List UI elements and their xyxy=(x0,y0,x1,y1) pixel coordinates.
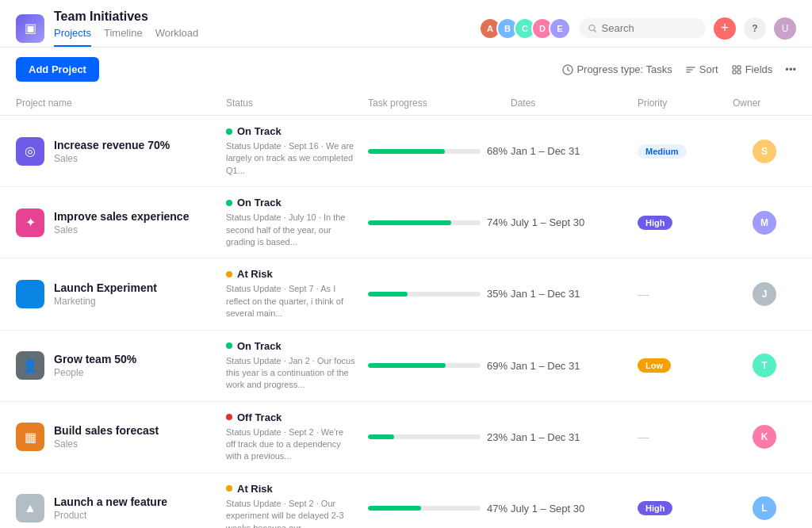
tab-workload[interactable]: Workload xyxy=(155,27,199,47)
status-dot xyxy=(226,342,232,349)
status-text: At Risk xyxy=(237,483,273,495)
priority-badge: Medium xyxy=(638,144,687,159)
table-body: ◎ Increase revenue 70% Sales On Track St… xyxy=(0,116,812,528)
app-title: Team Initiatives xyxy=(54,10,198,24)
owner-avatar: S xyxy=(753,140,776,163)
svg-rect-7 xyxy=(737,66,741,69)
progress-bar-bg xyxy=(368,220,481,225)
dates-cell: Jan 1 – Dec 31 xyxy=(511,145,638,157)
priority-cell: — xyxy=(638,288,733,300)
search-box[interactable] xyxy=(579,18,706,38)
status-label: Off Track xyxy=(226,411,355,423)
project-category: Sales xyxy=(54,438,159,450)
project-info: Increase revenue 70% Sales xyxy=(54,139,170,164)
progress-cell: 23% xyxy=(368,431,511,443)
progress-type-icon xyxy=(562,64,573,75)
table-row[interactable]: ◎ Increase revenue 70% Sales On Track St… xyxy=(0,116,812,187)
search-input[interactable] xyxy=(602,22,696,34)
project-name: Grow team 50% xyxy=(54,353,136,365)
progress-bar-fill xyxy=(368,292,408,297)
status-desc: Status Update · Jan 2 · Our focus this y… xyxy=(226,355,355,392)
avatar-5[interactable]: E xyxy=(549,17,571,40)
col-status: Status xyxy=(226,98,368,109)
user-avatar[interactable]: U xyxy=(774,17,796,40)
table-row[interactable]: 👤 Grow team 50% People On Track Status U… xyxy=(0,331,812,402)
dates-cell: Jan 1 – Dec 31 xyxy=(511,431,638,443)
status-desc: Status Update · Sept 2 · We're off track… xyxy=(226,427,355,463)
progress-pct: 74% xyxy=(487,216,511,228)
dates-cell: July 1 – Sept 30 xyxy=(511,216,638,228)
owner-avatar: M xyxy=(753,211,776,235)
status-text: On Track xyxy=(237,197,282,209)
table-row[interactable]: ▲ Launch a new feature Product At Risk S… xyxy=(0,473,812,528)
project-category: Product xyxy=(54,510,167,521)
progress-bar-bg xyxy=(368,506,481,511)
table-row[interactable]: ✦ Improve sales experience Sales On Trac… xyxy=(0,187,812,258)
progress-pct: 47% xyxy=(487,503,511,515)
col-task-progress: Task progress xyxy=(368,98,511,109)
status-label: On Track xyxy=(226,197,355,209)
progress-bar-bg xyxy=(368,149,481,154)
progress-cell: 68% xyxy=(368,145,511,157)
priority-cell: Medium xyxy=(638,144,733,159)
status-label: At Risk xyxy=(226,483,355,495)
priority-cell: High xyxy=(638,501,733,515)
status-cell: On Track Status Update · July 10 · In th… xyxy=(226,197,368,248)
svg-rect-6 xyxy=(733,66,736,69)
help-button[interactable]: ? xyxy=(744,17,766,40)
status-desc: Status Update · July 10 · In the second … xyxy=(226,212,355,248)
status-desc: Status Update · Sept 7 · As I reflect on… xyxy=(226,283,355,319)
sort-icon xyxy=(685,64,696,75)
project-name-cell: 👤 Grow team 50% People xyxy=(16,351,226,380)
more-button[interactable]: ••• xyxy=(785,63,796,75)
status-cell: Off Track Status Update · Sept 2 · We're… xyxy=(226,411,368,463)
app-header: ▣ Team Initiatives Projects Timeline Wor… xyxy=(0,0,812,48)
owner-cell: M xyxy=(733,211,796,235)
toolbar-right: Progress type: Tasks Sort Fields ••• xyxy=(562,63,796,75)
dates-cell: Jan 1 – Dec 31 xyxy=(511,360,638,372)
project-name-cell: ▦ Build sales forecast Sales xyxy=(16,423,226,451)
project-info: Launch Experiment Marketing xyxy=(54,281,157,307)
project-name: Launch Experiment xyxy=(54,281,157,294)
project-category: Sales xyxy=(54,224,189,235)
owner-cell: T xyxy=(733,354,796,377)
tab-projects[interactable]: Projects xyxy=(54,27,91,47)
add-button[interactable]: + xyxy=(714,17,736,40)
progress-bar-fill xyxy=(368,220,451,225)
project-info: Build sales forecast Sales xyxy=(54,424,159,450)
add-project-button[interactable]: Add Project xyxy=(16,57,99,82)
owner-avatar: K xyxy=(753,425,776,449)
owner-cell: J xyxy=(733,282,796,306)
project-name: Build sales forecast xyxy=(54,424,159,437)
status-dot xyxy=(226,128,232,135)
svg-rect-9 xyxy=(737,71,741,74)
app-icon: ▣ xyxy=(16,14,44,43)
header-left: ▣ Team Initiatives Projects Timeline Wor… xyxy=(16,10,198,47)
col-priority: Priority xyxy=(638,98,733,109)
project-icon: ✦ xyxy=(16,209,44,237)
fields-label: Fields xyxy=(745,63,773,75)
project-icon: 👤 xyxy=(16,351,44,380)
status-text: At Risk xyxy=(237,268,273,280)
status-label: On Track xyxy=(226,125,355,137)
dates-cell: July 1 – Sept 30 xyxy=(511,503,638,515)
table-header: Project name Status Task progress Dates … xyxy=(0,91,812,116)
table-row[interactable]: ▦ Build sales forecast Sales Off Track S… xyxy=(0,402,812,473)
progress-bar-fill xyxy=(368,363,446,368)
owner-avatar: J xyxy=(753,282,776,306)
progress-pct: 23% xyxy=(487,431,511,443)
priority-badge: High xyxy=(638,501,672,515)
table-row[interactable]: Launch Experiment Marketing At Risk Stat… xyxy=(0,258,812,330)
col-project-name: Project name xyxy=(16,98,226,109)
progress-type-action[interactable]: Progress type: Tasks xyxy=(562,63,672,75)
status-cell: On Track Status Update · Jan 2 · Our foc… xyxy=(226,340,368,392)
status-label: At Risk xyxy=(226,268,355,280)
owner-cell: S xyxy=(733,140,796,163)
app-title-nav: Team Initiatives Projects Timeline Workl… xyxy=(54,10,198,47)
progress-cell: 69% xyxy=(368,360,511,372)
sort-action[interactable]: Sort xyxy=(685,63,718,75)
fields-action[interactable]: Fields xyxy=(731,63,773,75)
tab-timeline[interactable]: Timeline xyxy=(104,27,143,47)
progress-cell: 47% xyxy=(368,503,511,515)
status-text: On Track xyxy=(237,125,282,137)
